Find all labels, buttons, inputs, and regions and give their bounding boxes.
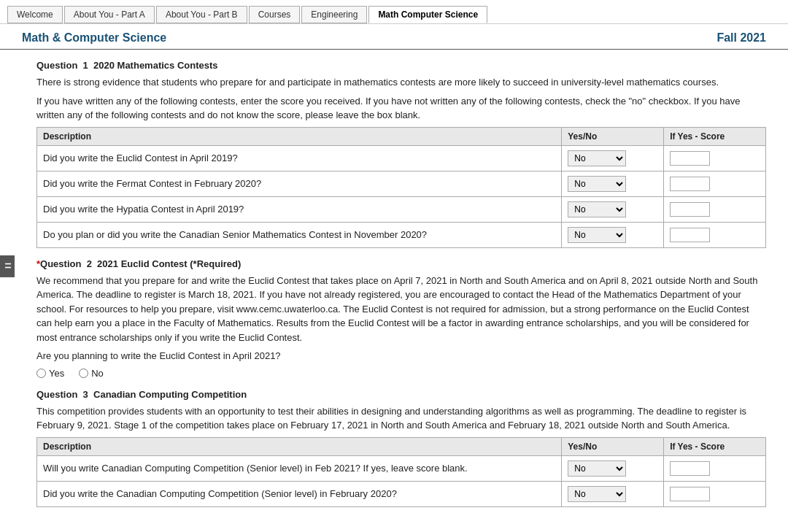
- question-3-title: Canadian Computing Competition: [93, 389, 247, 400]
- tab-about-part-a[interactable]: About You - Part A: [64, 6, 155, 23]
- question-2-title: 2021 Euclid Contest (*Required): [97, 258, 241, 269]
- question-2-heading: *Question 2 2021 Euclid Contest (*Requir…: [36, 258, 766, 269]
- table3-row2-desc: Did you write the Canadian Computing Com…: [37, 481, 562, 506]
- table3-row1-yesno[interactable]: NoYes: [562, 455, 664, 481]
- table3-col-yesno: Yes/No: [562, 437, 664, 455]
- tab-about-part-b[interactable]: About You - Part B: [156, 6, 247, 23]
- tab-welcome[interactable]: Welcome: [7, 6, 63, 23]
- table1-row2-dropdown[interactable]: NoYes: [568, 176, 626, 192]
- radio-no-label[interactable]: No: [79, 368, 104, 379]
- radio-no-text: No: [91, 368, 104, 379]
- table1-row3-yesno[interactable]: NoYes: [562, 196, 664, 222]
- question-2-number: 2: [87, 258, 92, 269]
- question-3-table: Description Yes/No If Yes - Score Will y…: [36, 437, 766, 507]
- table1-col-score: If Yes - Score: [664, 127, 766, 145]
- table1-row2-score-input[interactable]: [670, 177, 710, 191]
- table1-col-yesno: Yes/No: [562, 127, 664, 145]
- question-2-block: *Question 2 2021 Euclid Contest (*Requir…: [36, 258, 766, 379]
- table1-row1-dropdown[interactable]: NoYes: [568, 150, 626, 166]
- table-row: Did you write the Euclid Contest in Apri…: [37, 145, 766, 171]
- question-3-number: 3: [83, 389, 88, 400]
- table-row: Did you write the Hypatia Contest in Apr…: [37, 196, 766, 222]
- table1-row4-desc: Do you plan or did you write the Canadia…: [37, 222, 562, 247]
- table3-row2-score[interactable]: [664, 481, 766, 506]
- table3-row1-dropdown[interactable]: NoYes: [568, 460, 626, 477]
- table1-row2-yesno[interactable]: NoYes: [562, 171, 664, 196]
- table1-row1-yesno[interactable]: NoYes: [562, 145, 664, 171]
- table1-row1-score-input[interactable]: [670, 151, 710, 166]
- table1-row4-dropdown[interactable]: NoYes: [568, 227, 626, 243]
- question-1-intro1: There is strong evidence that students w…: [36, 75, 766, 90]
- question-2-radio-group: Yes No: [36, 368, 766, 379]
- page-header: Math & Computer Science Fall 2021: [0, 24, 788, 50]
- table3-row2-score-input[interactable]: [670, 487, 710, 501]
- table1-row4-score-input[interactable]: [670, 228, 710, 242]
- table3-row1-desc: Will you write Canadian Computing Compet…: [37, 455, 562, 481]
- question-1-title: 2020 Mathematics Contests: [93, 60, 218, 71]
- nav-tabs: Welcome About You - Part A About You - P…: [0, 0, 788, 24]
- table-row: Will you write Canadian Computing Compet…: [37, 455, 766, 481]
- question-3-body: This competition provides students with …: [36, 404, 766, 433]
- table3-row2-yesno[interactable]: NoYes: [562, 481, 664, 506]
- tab-math-cs[interactable]: Math Computer Science: [368, 6, 487, 23]
- table-row: Did you write the Fermat Contest in Febr…: [37, 171, 766, 196]
- table1-row4-yesno[interactable]: NoYes: [562, 222, 664, 247]
- table3-row2-dropdown[interactable]: NoYes: [568, 486, 626, 502]
- table3-row1-score-input[interactable]: [670, 461, 710, 476]
- question-3-label: Question: [36, 389, 83, 400]
- page-title: Math & Computer Science: [22, 31, 166, 45]
- question-1-number: 1: [83, 60, 88, 71]
- table1-row3-dropdown[interactable]: NoYes: [568, 201, 626, 217]
- radio-yes-input[interactable]: [36, 369, 46, 378]
- page-semester: Fall 2021: [716, 31, 766, 45]
- table3-col-desc: Description: [37, 437, 562, 455]
- table1-row4-score[interactable]: [664, 222, 766, 247]
- table-row: Did you write the Canadian Computing Com…: [37, 481, 766, 506]
- main-content: Question 1 2020 Mathematics Contests The…: [0, 50, 788, 532]
- question-2-label: Question: [40, 258, 87, 269]
- pause-button[interactable]: II: [0, 255, 15, 277]
- table1-row2-desc: Did you write the Fermat Contest in Febr…: [37, 171, 562, 196]
- question-1-block: Question 1 2020 Mathematics Contests The…: [36, 60, 766, 248]
- table3-col-score: If Yes - Score: [664, 437, 766, 455]
- question-2-body: We recommend that you prepare for and wr…: [36, 274, 766, 345]
- tab-courses[interactable]: Courses: [249, 6, 301, 23]
- table1-row2-score[interactable]: [664, 171, 766, 196]
- table1-row1-desc: Did you write the Euclid Contest in Apri…: [37, 145, 562, 171]
- question-1-heading: Question 1 2020 Mathematics Contests: [36, 60, 766, 71]
- question-3-block: Question 3 Canadian Computing Competitio…: [36, 389, 766, 507]
- radio-yes-label[interactable]: Yes: [36, 368, 64, 379]
- radio-yes-text: Yes: [49, 368, 64, 379]
- table1-row3-desc: Did you write the Hypatia Contest in Apr…: [37, 196, 562, 222]
- question-1-table: Description Yes/No If Yes - Score Did yo…: [36, 127, 766, 248]
- table1-col-desc: Description: [37, 127, 562, 145]
- question-3-heading: Question 3 Canadian Computing Competitio…: [36, 389, 766, 400]
- table1-row3-score-input[interactable]: [670, 202, 710, 217]
- table1-row1-score[interactable]: [664, 145, 766, 171]
- table-row: Do you plan or did you write the Canadia…: [37, 222, 766, 247]
- question-1-label: Question: [36, 60, 83, 71]
- question-1-intro2: If you have written any of the following…: [36, 94, 766, 123]
- radio-no-input[interactable]: [79, 369, 88, 378]
- question-2-question: Are you planning to write the Euclid Con…: [36, 349, 766, 363]
- table1-row3-score[interactable]: [664, 196, 766, 222]
- tab-engineering[interactable]: Engineering: [301, 6, 367, 23]
- table3-row1-score[interactable]: [664, 455, 766, 481]
